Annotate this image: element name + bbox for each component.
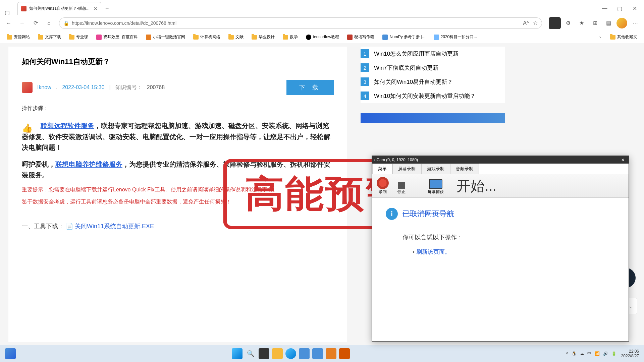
text-size-icon[interactable]: Aᴬ [523,20,529,26]
related-item[interactable]: 4Win10如何关闭安装更新自动重启功能？ [361,89,505,103]
tray-chevron-icon[interactable]: ^ [566,351,568,356]
tab-favicon [21,6,26,11]
bookmark-item[interactable]: 计算机网络 [191,33,223,41]
back-button[interactable]: ← [3,17,15,29]
store-button[interactable] [299,348,310,359]
tray-ime-icon[interactable]: 中 [587,351,591,357]
github-icon [306,35,311,40]
bookmark-item[interactable]: tensorflow教程 [303,33,342,41]
folder-icon [7,35,12,40]
ocam-start-label: 开始... [457,177,496,195]
folder-icon [38,35,43,40]
file-icon: 📄 [66,223,73,230]
related-item[interactable]: 3如何关闭Win10易升自动更新？ [361,75,505,89]
related-item[interactable]: 2Win7下彻底关闭自动更新 [361,61,505,75]
other-bookmarks[interactable]: 其他收藏夹 [607,33,640,41]
tray-battery-icon[interactable]: 🔋 [611,351,616,356]
profile-avatar[interactable] [616,17,628,29]
publish-date: 2022-03-04 15:30 [62,84,104,90]
ocam-record-button[interactable]: 录制 [374,176,391,195]
bookmark-item[interactable]: 数学 [280,33,301,41]
download-button[interactable]: 下 载 [286,80,334,95]
bookmark-item[interactable]: 文库下载 [35,33,64,41]
site-icon [382,35,388,40]
start-button[interactable] [232,348,243,359]
bookmark-item[interactable]: 双耳效应_百度百科 [94,33,141,41]
tab-actions-icon[interactable]: ▢ [5,9,10,15]
site-icon [146,35,151,40]
extensions-menu-icon[interactable]: ⚙ [562,17,574,29]
download-link[interactable]: 关闭Win11系统自动更新.EXE [75,223,154,230]
paragraph-2: 呵护爱机，联想电脑养护维修服务，为您提供专业的清洁保养服务、故障检修与验机服务、… [22,159,334,180]
browser-tab[interactable]: 如何关闭Win11自动更新？-联想... ✕ [17,2,101,15]
collections-icon[interactable]: ⊞ [589,17,601,29]
address-bar[interactable]: 🔒 https://iknow.lenovo.com.cn/detail/dc_… [59,17,542,29]
remote-service-link[interactable]: 联想远程软件服务 [41,122,94,129]
bookmark-item[interactable]: 小福一键激活官网 [143,33,188,41]
minimize-button[interactable]: — [597,2,612,15]
powerpoint-button[interactable] [339,348,350,359]
mail-button[interactable] [312,348,323,359]
download-section: 一、工具下载： 📄 关闭Win11系统自动更新.EXE [22,222,334,230]
app-button[interactable] [326,348,336,359]
maximize-button[interactable]: ▢ [612,2,627,15]
thumbs-up-icon [22,121,39,131]
ocam-minimize-icon[interactable]: — [610,158,619,162]
lock-icon: 🔒 [63,20,69,26]
tray-qq-icon[interactable]: 🐧 [572,351,577,356]
maintenance-link[interactable]: 联想电脑养护维修服务 [55,161,122,168]
bookmarks-overflow-icon[interactable]: › [595,34,605,41]
folder-icon [193,35,199,40]
task-view-button[interactable] [259,348,269,359]
more-menu-icon[interactable]: ⋯ [629,17,641,29]
id-label: 知识编号： [115,84,142,91]
ocam-tab-game[interactable]: 游戏录制 [421,164,450,174]
new-tab-button[interactable]: + [105,5,109,12]
folder-icon [283,35,288,40]
author-name[interactable]: Iknow [37,84,51,90]
ocam-close-icon[interactable]: ✕ [619,158,627,162]
stop-icon [398,182,405,189]
ocam-tab-menu[interactable]: 菜单 [372,164,392,174]
related-item[interactable]: 1Win10怎么关闭应用商店自动更新 [361,47,505,61]
bookmarks-bar: 资源网站 文库下载 专业课 双耳效应_百度百科 小福一键激活官网 计算机网络 文… [0,31,644,43]
refresh-button[interactable]: ⟳ [30,17,42,29]
info-icon: i [386,208,398,220]
ocam-capture-button[interactable]: 屏幕捕获 [425,178,446,195]
favorite-star-icon[interactable]: ☆ [533,20,538,26]
bookmark-item[interactable]: 2020科目一扣分口... [431,33,480,41]
home-button[interactable]: ⌂ [43,17,55,29]
edge-button[interactable] [285,348,296,359]
search-button[interactable]: 🔍 [245,348,256,359]
bookmark-item[interactable]: 专业课 [66,33,91,41]
paragraph-1: 联想远程软件服务，联想专家可远程帮您电脑加速、游戏加速、磁盘分区、安装系统、网络… [22,120,334,153]
favorites-icon[interactable]: ★ [576,17,588,29]
refresh-page-link[interactable]: 刷新该页面。 [413,248,615,256]
bookmark-item[interactable]: 毕业设计 [249,33,277,41]
close-tab-icon[interactable]: ✕ [94,6,98,11]
rank-badge: 4 [361,92,369,100]
ocam-tab-audio[interactable]: 音频录制 [450,164,479,174]
tray-cloud-icon[interactable]: ☁ [580,351,584,356]
reading-list-icon[interactable]: ▤ [602,17,614,29]
bookmark-item[interactable]: 文献 [226,33,246,41]
rank-badge: 2 [361,63,369,72]
rank-badge: 1 [361,49,369,58]
warning-1: 重要提示：您需要在电脑端下载并运行Lenovo Quick Fix工具。使用之前… [22,186,334,193]
close-window-button[interactable]: ✕ [627,2,642,15]
widgets-button[interactable] [5,348,16,359]
ocam-titlebar[interactable]: oCam (0, 0, 1920, 1080) — ✕ [372,156,629,164]
promo-banner[interactable] [361,113,505,123]
ocam-window[interactable]: oCam (0, 0, 1920, 1080) — ✕ 菜单 屏幕录制 游戏录制… [372,156,629,342]
file-explorer-button[interactable] [272,348,283,359]
warning-2: 鉴于数据安全考虑，运行工具前请您务必备份电脑中全部重要数据，避免产生任何损失！ [22,198,334,205]
ocam-stop-button[interactable]: 停止 [395,181,408,195]
bookmark-item[interactable]: NumPy 参考手册 |... [380,33,428,41]
extension-icon[interactable] [549,17,561,29]
tray-wifi-icon[interactable]: 📶 [595,351,600,356]
bookmark-item[interactable]: 资源网站 [4,33,33,41]
bookmark-item[interactable]: 秘塔写作猫 [344,33,377,41]
tray-volume-icon[interactable]: 🔊 [603,351,608,356]
rank-badge: 3 [361,77,369,86]
ocam-tab-screen[interactable]: 屏幕录制 [392,164,421,174]
